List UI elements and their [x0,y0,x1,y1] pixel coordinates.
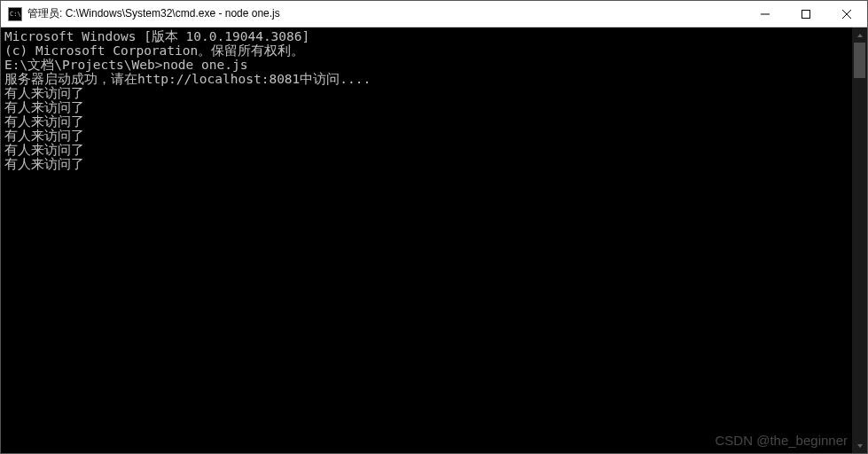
console-line: Microsoft Windows [版本 10.0.19044.3086] [4,29,848,43]
cmd-icon: C:\ [8,7,22,21]
window-title: 管理员: C:\Windows\System32\cmd.exe - node … [27,6,745,21]
console-line: E:\文档\Projects\Web>node one.js [4,58,848,72]
minimize-button[interactable] [745,1,786,27]
console-line: 有人来访问了 [4,86,848,100]
console-line: 有人来访问了 [4,114,848,129]
scroll-down-arrow[interactable] [852,438,867,453]
scroll-up-arrow[interactable] [852,27,867,43]
console-line: 服务器启动成功，请在http://localhost:8081中访问.... [4,72,848,86]
window-controls [745,1,867,27]
vertical-scrollbar[interactable] [852,27,867,453]
close-button[interactable] [826,1,867,27]
console-line: 有人来访问了 [4,157,848,171]
svg-marker-8 [857,444,863,448]
console-line: 有人来访问了 [4,129,848,143]
svg-text:C:\: C:\ [10,11,21,18]
scroll-track[interactable] [852,43,867,438]
console-area: Microsoft Windows [版本 10.0.19044.3086](c… [1,27,867,453]
svg-marker-7 [857,34,863,37]
scroll-thumb[interactable] [854,43,865,78]
console-line: 有人来访问了 [4,143,848,157]
cmd-window: C:\ 管理员: C:\Windows\System32\cmd.exe - n… [0,0,868,454]
console-line: 有人来访问了 [4,100,848,114]
console-output[interactable]: Microsoft Windows [版本 10.0.19044.3086](c… [1,27,852,453]
maximize-button[interactable] [786,1,826,27]
svg-rect-4 [802,10,810,18]
console-line: (c) Microsoft Corporation。保留所有权利。 [4,43,848,58]
titlebar[interactable]: C:\ 管理员: C:\Windows\System32\cmd.exe - n… [1,1,867,27]
